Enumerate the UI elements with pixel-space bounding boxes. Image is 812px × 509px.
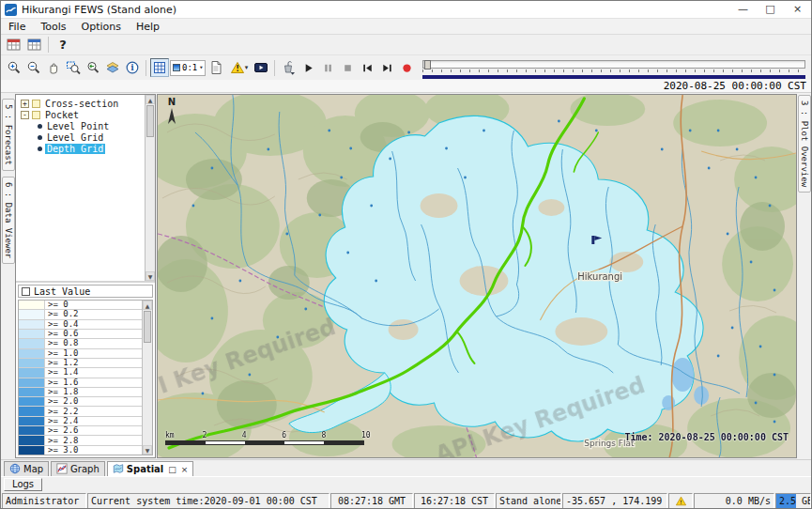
scroll-thumb[interactable] <box>146 105 154 137</box>
svg-text:!: ! <box>236 65 239 73</box>
database-display-button[interactable] <box>4 36 23 54</box>
scale-ratio-select[interactable]: 0:1 ▾ <box>170 60 206 76</box>
menu-item-help[interactable]: Help <box>129 21 167 33</box>
scale-tick-label: 6 <box>282 431 286 440</box>
zoom-out-button[interactable] <box>24 58 43 77</box>
grid-display-button[interactable] <box>150 58 169 77</box>
main-toolbar: ? <box>1 35 811 55</box>
scale-unit-label: km <box>165 431 175 440</box>
map-view[interactable]: API Key Required API Key Required Hikura… <box>157 94 797 458</box>
expand-icon[interactable]: + <box>21 100 29 108</box>
legend-swatch <box>19 339 45 347</box>
scroll-up-button[interactable]: ▲ <box>146 95 155 104</box>
status-local-time: 16:27:18 CST <box>414 493 495 509</box>
pan-button[interactable] <box>44 58 63 77</box>
legend-row: >= 1.4 <box>19 368 142 378</box>
tree-item-level-point[interactable]: Level Point <box>18 120 145 131</box>
warning-icon: ! <box>675 496 687 506</box>
map-scale-bar: km 246810 <box>165 431 372 445</box>
legend-swatch <box>19 397 45 406</box>
record-button[interactable] <box>397 58 416 77</box>
legend-scrollbar[interactable]: ▲ ▼ <box>142 301 152 455</box>
legend-row: >= 2.6 <box>19 426 142 436</box>
tree-item-cross-section[interactable]: +Cross-section <box>18 98 145 109</box>
scroll-thumb[interactable] <box>144 311 151 343</box>
status-coordinates: -35.657 , 174.199 <box>562 493 667 509</box>
close-button[interactable]: × <box>784 1 811 18</box>
scale-segment <box>324 441 363 444</box>
legend-label: >= 0.8 <box>45 339 79 347</box>
tab-spatial[interactable]: Spatial□× <box>107 461 194 476</box>
help-button[interactable]: ? <box>54 36 72 54</box>
layer-tree: +Cross-section-PocketLevel PointLevel Gr… <box>16 95 155 283</box>
tab-graph[interactable]: Graph <box>51 461 105 476</box>
app-icon <box>5 4 17 16</box>
side-tab-plot-overview[interactable]: 3 : Plot Overview <box>798 95 811 193</box>
legend-row: >= 2.4 <box>19 417 142 426</box>
side-tab-data-viewer[interactable]: 6 : Data Viewer <box>2 177 15 264</box>
menu-item-tools[interactable]: Tools <box>33 21 73 33</box>
legend-row: >= 1.6 <box>19 378 142 388</box>
tree-item-label: Depth Grid <box>45 144 105 154</box>
legend-row: >= 0.8 <box>19 339 142 348</box>
tree-item-pocket[interactable]: -Pocket <box>18 109 145 120</box>
timeline-ticks <box>422 69 805 72</box>
side-tab-forecast[interactable]: 5 : Forecast <box>2 99 15 171</box>
maximize-button[interactable]: □ <box>757 1 784 18</box>
float-tab-icon[interactable]: □ <box>168 465 176 474</box>
zoom-previous-button[interactable] <box>84 58 102 77</box>
collapse-icon[interactable]: - <box>21 111 29 119</box>
pause-button[interactable] <box>318 58 337 77</box>
timeline-track[interactable] <box>422 60 805 69</box>
step-back-button[interactable] <box>358 58 376 77</box>
scroll-down-button[interactable]: ▼ <box>146 271 155 281</box>
legend-rows: >= 0>= 0.2>= 0.4>= 0.6>= 0.8>= 1.0>= 1.2… <box>19 301 142 455</box>
north-label: N <box>166 98 177 107</box>
toolbar-separator <box>48 37 49 53</box>
legend-label: >= 2.8 <box>45 437 79 445</box>
tree-item-depth-grid[interactable]: Depth Grid <box>18 143 145 154</box>
menu-item-options[interactable]: Options <box>74 21 129 33</box>
close-tab-icon[interactable]: × <box>181 465 189 474</box>
stop-button[interactable] <box>338 58 357 77</box>
step-forward-button[interactable] <box>377 58 396 77</box>
info-button[interactable]: i <box>123 58 142 77</box>
legend-swatch <box>19 407 45 415</box>
menu-item-file[interactable]: File <box>1 21 33 33</box>
timeline-thumb[interactable] <box>424 60 431 69</box>
tree-scrollbar[interactable]: ▲ ▼ <box>145 95 155 281</box>
minimize-button[interactable]: — <box>729 1 757 18</box>
legend-swatch <box>19 320 45 329</box>
status-bar: Administrator Current system time:2020-0… <box>1 492 811 509</box>
color-ramp-icon <box>173 64 180 71</box>
legend-label: >= 2.4 <box>45 417 79 425</box>
zoom-extent-button[interactable] <box>64 58 83 77</box>
tree-item-level-grid[interactable]: Level Grid <box>18 131 145 143</box>
chevron-down-icon: ▾ <box>245 64 249 71</box>
spatial-display-button[interactable] <box>24 36 43 54</box>
legend-swatch <box>19 388 45 396</box>
zoom-in-button[interactable] <box>5 58 23 77</box>
document-button[interactable] <box>207 58 225 77</box>
play-button[interactable] <box>299 58 317 77</box>
tab-label: Spatial <box>127 464 164 474</box>
legend-swatch <box>19 446 45 455</box>
last-value-checkbox[interactable] <box>22 287 30 296</box>
layers-button[interactable] <box>103 58 122 77</box>
scale-tick-label: 2 <box>202 431 207 440</box>
logs-button[interactable]: Logs <box>4 478 42 491</box>
legend-row: >= 1.0 <box>19 349 142 359</box>
legend-swatch <box>19 330 45 338</box>
title-bar[interactable]: Hikurangi FEWS (Stand alone) — □ × <box>1 1 811 18</box>
scale-segment <box>245 441 284 444</box>
layer-tree-rows: +Cross-section-PocketLevel PointLevel Gr… <box>16 95 145 281</box>
timeline-slider[interactable] <box>422 57 805 80</box>
profile-tool-button[interactable] <box>279 58 298 77</box>
status-mode: Stand alone <box>496 493 561 509</box>
tab-map[interactable]: Map <box>4 461 49 476</box>
scroll-down-button[interactable]: ▼ <box>143 445 152 455</box>
animation-export-button[interactable] <box>252 58 270 77</box>
warning-dropdown-button[interactable]: !▾ <box>226 58 251 77</box>
scroll-up-button[interactable]: ▲ <box>143 301 152 310</box>
scale-tick-label: 4 <box>242 431 247 440</box>
